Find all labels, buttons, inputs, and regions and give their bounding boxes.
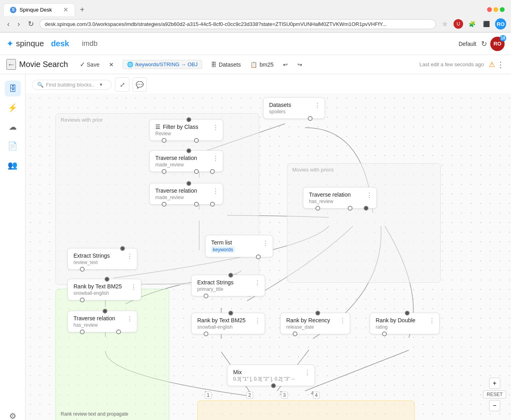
node-menu-icon[interactable]: ⋮ bbox=[254, 317, 261, 325]
node-menu-icon[interactable]: ⋮ bbox=[212, 155, 219, 162]
traverse-has-review-2-node[interactable]: ⋮ Traverse relation has_review bbox=[67, 311, 137, 332]
rank-double-node[interactable]: ⋮ Rank by Double rating bbox=[370, 313, 440, 334]
node-menu-icon[interactable]: ⋮ bbox=[127, 315, 133, 323]
node-menu-icon[interactable]: ⋮ bbox=[131, 283, 137, 291]
extension-icon1[interactable]: U bbox=[454, 19, 463, 29]
toolbar-back-button[interactable]: ← bbox=[6, 59, 16, 70]
cancel-button[interactable]: ✕ bbox=[105, 60, 118, 69]
traverse2-in-port[interactable] bbox=[162, 202, 166, 207]
traverse-has-review-main-node[interactable]: ⋮ Traverse relation has_review bbox=[303, 187, 377, 209]
node-menu-icon[interactable]: ⋮ bbox=[304, 369, 311, 377]
rank-double-top-port[interactable] bbox=[405, 311, 410, 315]
traverse-main-out-port[interactable] bbox=[364, 206, 368, 211]
traverse-hr2-in-port[interactable] bbox=[80, 329, 85, 334]
active-tab[interactable]: S Spinque Desk ✕ bbox=[3, 3, 75, 16]
tab-close-button[interactable]: ✕ bbox=[63, 6, 68, 14]
term-list-out-port[interactable] bbox=[256, 254, 261, 259]
rank-recency-in-port[interactable] bbox=[293, 331, 297, 336]
path-selector[interactable]: 🌐 /keywords/STRING → OBJ bbox=[123, 60, 202, 69]
traverse1-out2-port[interactable] bbox=[210, 169, 215, 174]
reload-button[interactable]: ↻ bbox=[26, 19, 36, 29]
window-maximize-button[interactable] bbox=[500, 7, 505, 12]
address-input[interactable] bbox=[40, 19, 436, 29]
warning-icon[interactable]: ⚠ bbox=[489, 60, 495, 69]
traverse2-out2-port[interactable] bbox=[210, 202, 215, 207]
zoom-out-button[interactable]: − bbox=[489, 400, 500, 411]
node-menu-icon[interactable]: ⋮ bbox=[429, 317, 435, 325]
extension-icon2[interactable]: 🧩 bbox=[466, 18, 477, 30]
rank-bm25-1-in-port[interactable] bbox=[80, 298, 85, 302]
extract1-in-port[interactable] bbox=[80, 267, 85, 272]
sidebar-item-settings[interactable]: ⚙ bbox=[5, 408, 21, 420]
traverse1-in-port[interactable] bbox=[162, 169, 166, 174]
undo-button[interactable]: ↩ bbox=[279, 60, 292, 69]
canvas-area[interactable]: 🔍 Find building blocks.. ▾ ⤢ 💬 bbox=[26, 74, 511, 420]
rank-recency-node[interactable]: ⋮ Rank by Recency release_date bbox=[280, 313, 350, 334]
node-menu-icon[interactable]: ⋮ bbox=[127, 252, 133, 260]
traverse-hr2-top-port[interactable] bbox=[103, 309, 107, 314]
traverse-relation-2-node[interactable]: ⋮ Traverse relation made_review bbox=[149, 183, 223, 205]
traverse2-out1-port[interactable] bbox=[194, 202, 199, 207]
traverse2-top-port[interactable] bbox=[186, 181, 191, 186]
rank-bm25-1-top-port[interactable] bbox=[105, 277, 109, 282]
back-button[interactable]: ‹ bbox=[5, 19, 12, 29]
rank-bm25-2-node[interactable]: ⋮ Rank by Text BM25 snowball-english bbox=[191, 313, 265, 334]
filter-by-class-node[interactable]: ⋮ ☰ Filter by Class Review bbox=[149, 119, 223, 141]
save-button[interactable]: ✓ Save bbox=[76, 59, 103, 70]
sidebar-item-database[interactable]: 🗄 bbox=[5, 81, 21, 97]
traverse-main-in1-port[interactable] bbox=[315, 206, 320, 211]
traverse-main-in2-port[interactable] bbox=[348, 206, 353, 211]
rank-double-in-port[interactable] bbox=[382, 331, 387, 336]
mix-out-port[interactable] bbox=[271, 383, 276, 388]
datasets-out-port[interactable] bbox=[308, 116, 313, 121]
sidebar-item-cloud[interactable]: ☁ bbox=[5, 119, 21, 135]
sidebar-item-document[interactable]: 📄 bbox=[5, 138, 21, 154]
extract1-top-port[interactable] bbox=[120, 246, 125, 251]
rank-bm25-2-in-port[interactable] bbox=[204, 331, 208, 336]
forward-button[interactable]: › bbox=[15, 19, 22, 29]
node-menu-icon[interactable]: ⋮ bbox=[339, 317, 346, 325]
filter-out-port[interactable] bbox=[194, 138, 199, 143]
more-options-button[interactable]: ⋮ bbox=[497, 60, 505, 69]
mix-node[interactable]: ⋮ Mix 0.3[ "1" ], 0.3[ "2" ], 0.2[ "3" -… bbox=[227, 365, 315, 386]
zoom-in-button[interactable]: + bbox=[489, 378, 500, 389]
node-menu-icon[interactable]: ⋮ bbox=[366, 191, 372, 199]
rank-bm25-1-node[interactable]: ⋮ Rank by Text BM25 snowball-english bbox=[67, 279, 141, 300]
sidebar-item-users[interactable]: 👥 bbox=[5, 157, 21, 173]
traverse1-top-port[interactable] bbox=[186, 148, 191, 153]
filter-top-port[interactable] bbox=[186, 117, 191, 122]
extract-strings-2-node[interactable]: ⋮ Extract Strings primary_title bbox=[191, 275, 265, 296]
profile-icon[interactable]: RO bbox=[495, 18, 506, 30]
extract2-in-port[interactable] bbox=[204, 294, 208, 298]
bookmark-icon[interactable]: ☆ bbox=[439, 18, 450, 30]
expand-tool-button[interactable]: ⤢ bbox=[115, 77, 129, 92]
extract-strings-1-node[interactable]: ⋮ Extract Strings review_text bbox=[67, 248, 137, 270]
node-menu-icon[interactable]: ⋮ bbox=[262, 239, 269, 247]
flow-canvas[interactable]: 1 2 3 4 Reviews with prior Movies with p… bbox=[26, 93, 511, 420]
node-menu-icon[interactable]: ⋮ bbox=[314, 102, 321, 109]
refresh-icon[interactable]: ↻ bbox=[481, 39, 487, 48]
rank-recency-top-port[interactable] bbox=[315, 311, 320, 315]
window-close-button[interactable] bbox=[487, 7, 492, 12]
bm25-button[interactable]: 📋 bm25 bbox=[246, 60, 277, 69]
user-avatar[interactable]: RO 18 bbox=[490, 37, 505, 51]
reset-button[interactable]: RESET bbox=[483, 390, 506, 398]
building-blocks-search[interactable]: 🔍 Find building blocks.. ▾ bbox=[32, 80, 112, 90]
datasets-node[interactable]: ⋮ Datasets spoilers bbox=[263, 97, 325, 119]
term-list-node[interactable]: ⋮ Term list keywords bbox=[205, 235, 273, 257]
window-minimize-button[interactable] bbox=[493, 7, 498, 12]
traverse-hr2-out-port[interactable] bbox=[116, 329, 121, 334]
node-menu-icon[interactable]: ⋮ bbox=[212, 187, 219, 195]
traverse1-out1-port[interactable] bbox=[194, 169, 199, 174]
traverse-relation-1-node[interactable]: ⋮ Traverse relation made_review bbox=[149, 150, 223, 172]
filter-in-port[interactable] bbox=[162, 138, 166, 143]
redo-button[interactable]: ↪ bbox=[293, 60, 306, 69]
datasets-button[interactable]: 🗄 Datasets bbox=[207, 60, 245, 69]
rank-bm25-2-top-port[interactable] bbox=[228, 311, 233, 315]
comment-tool-button[interactable]: 💬 bbox=[133, 77, 147, 92]
cast-icon[interactable]: ⬛ bbox=[481, 18, 492, 30]
new-tab-button[interactable]: + bbox=[77, 4, 88, 16]
sidebar-item-workflow[interactable]: ⚡ bbox=[5, 100, 21, 116]
node-menu-icon[interactable]: ⋮ bbox=[212, 124, 219, 131]
extract2-top-port[interactable] bbox=[228, 273, 233, 278]
